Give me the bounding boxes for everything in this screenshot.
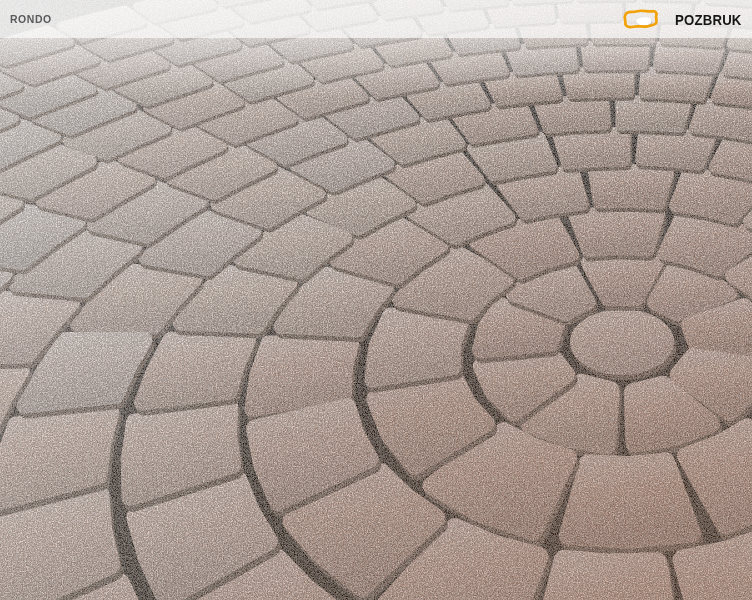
product-photo-card: RONDO POZBRUK	[0, 0, 752, 600]
header-overlay: RONDO POZBRUK	[0, 0, 752, 38]
product-name-label: RONDO	[10, 13, 52, 25]
brand-wordmark: POZBRUK	[675, 11, 742, 28]
brand-logo: POZBRUK	[620, 7, 742, 31]
paver-outline-icon	[620, 7, 660, 31]
paving-photo	[0, 0, 752, 600]
